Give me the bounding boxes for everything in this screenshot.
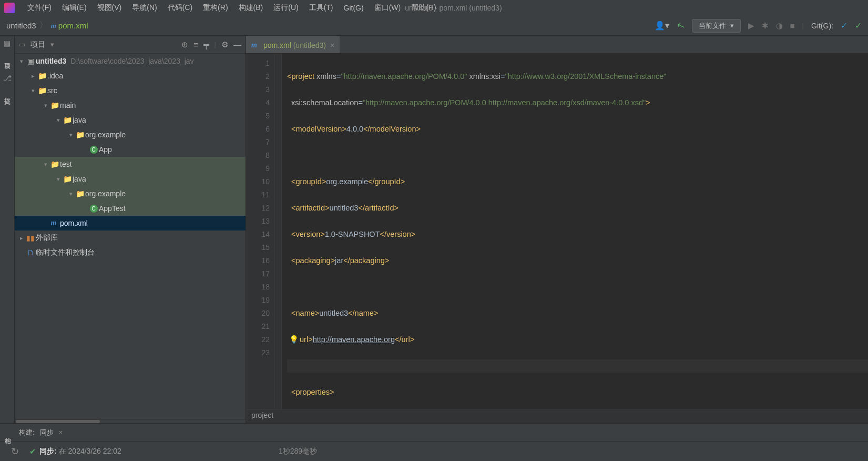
left-tool-rail: ▤ 项目 ⎇ 提交	[0, 36, 15, 423]
menu-code[interactable]: 代码(C)	[162, 3, 198, 13]
scratch-icon: 🗋	[25, 248, 36, 257]
library-icon: ▮▮	[25, 234, 36, 242]
tree-item-label: java	[73, 116, 86, 124]
stop-icon[interactable]: ■	[790, 21, 795, 30]
chevron-down-icon[interactable]: ▾	[50, 41, 54, 48]
project-tree[interactable]: ▾▣ untitled3 D:\software\code\2023_java\…	[15, 54, 246, 419]
tree-pom[interactable]: m pom.xml	[15, 216, 246, 230]
tree-test-pkg[interactable]: ▾📁 org.example	[15, 186, 246, 201]
tree-main-pkg[interactable]: ▾📁 org.example	[15, 127, 246, 142]
commit-rail-icon[interactable]: ⎇	[3, 74, 12, 82]
project-rail-icon[interactable]: ▤	[4, 39, 11, 47]
tree-item-label: .idea	[47, 72, 63, 80]
window-title: untitled3 - pom.xml (untitled3)	[405, 4, 502, 12]
user-icon[interactable]: 👤▾	[655, 21, 669, 31]
git-push-icon[interactable]: ✓	[855, 21, 862, 31]
intention-bulb-icon[interactable]: 💡	[289, 335, 299, 344]
menu-run[interactable]: 运行(U)	[268, 3, 303, 13]
tree-item-label: src	[47, 86, 57, 95]
tree-ext-libs[interactable]: ▸▮▮ 外部库	[15, 230, 246, 245]
build-title: 构建:	[19, 428, 35, 437]
app-logo	[4, 3, 15, 13]
build-tab-sync[interactable]: 同步	[40, 428, 54, 437]
status-bar: ↻ ✔ 同步: 在 2024/3/26 22:02 1秒289毫秒	[0, 441, 868, 461]
breadcrumb-sep: 〉	[39, 20, 48, 31]
menu-refactor[interactable]: 重构(R)	[198, 3, 233, 13]
tree-main-java[interactable]: ▾📁 java	[15, 113, 246, 127]
project-tree-title[interactable]: 项目	[30, 40, 45, 49]
tab-filename: pom.xml (untitled3)	[263, 41, 326, 49]
nav-toolbar: untitled3 〉 m pom.xml 👤▾ ↖ 当前文件▾ ▶ ✱ ◑ ■…	[0, 16, 868, 36]
menu-bar: 文件(F) 编辑(E) 视图(V) 导航(N) 代码(C) 重构(R) 构建(B…	[0, 0, 868, 16]
tree-idea[interactable]: ▸📁 .idea	[15, 68, 246, 83]
collapse-all-icon[interactable]: ╤	[203, 40, 209, 49]
editor-tabs: m pom.xml (untitled3) ×	[246, 36, 868, 54]
tree-item-label: org.example	[85, 189, 126, 198]
expand-all-icon[interactable]: ≡	[193, 40, 198, 49]
tree-item-label: AppTest	[99, 204, 126, 213]
menu-file[interactable]: 文件(F)	[22, 3, 57, 13]
menu-build[interactable]: 构建(B)	[233, 3, 269, 13]
git-pull-icon[interactable]: ✓	[841, 21, 847, 31]
tree-root-path: D:\software\code\2023_java\2023_jav	[70, 57, 193, 65]
debug-icon[interactable]: ✱	[762, 21, 769, 31]
tree-item-label: org.example	[85, 131, 126, 139]
build-panel-header: 结构 构建: 同步 ×	[0, 423, 868, 441]
tree-test[interactable]: ▾📁 test	[15, 157, 246, 172]
main-split: ▤ 项目 ⎇ 提交 ▭ 项目 ▾ ⊕ ≡ ╤ | ⚙ — ▾▣ untitled…	[0, 36, 868, 423]
close-icon[interactable]: ×	[330, 41, 334, 49]
menu-tools[interactable]: 工具(T)	[304, 3, 339, 13]
maven-icon: m	[251, 41, 257, 49]
tree-src[interactable]: ▾📁 src	[15, 83, 246, 98]
close-icon[interactable]: ×	[59, 428, 63, 436]
tree-root-label: untitled3	[36, 57, 66, 65]
run-config-select[interactable]: 当前文件▾	[692, 19, 741, 33]
editor-breadcrumb[interactable]: project	[246, 409, 868, 423]
locate-icon[interactable]: ⊕	[181, 40, 188, 49]
run-config-label: 当前文件	[699, 21, 726, 31]
breadcrumb-root[interactable]: untitled3	[6, 21, 36, 30]
editor-area: m pom.xml (untitled3) × 1234567891011121…	[246, 36, 868, 423]
build-duration: 1秒289毫秒	[279, 447, 317, 456]
minimize-icon[interactable]: —	[233, 40, 241, 49]
build-icon[interactable]: ↖	[675, 19, 686, 33]
tree-item-label: App	[99, 145, 112, 154]
tree-item-label: pom.xml	[60, 219, 88, 227]
fold-gutter[interactable]	[274, 54, 282, 409]
coverage-icon[interactable]: ◑	[776, 21, 783, 31]
editor-tab-pom[interactable]: m pom.xml (untitled3) ×	[246, 36, 340, 53]
menu-git[interactable]: Git(G)	[339, 4, 369, 12]
menu-navigate[interactable]: 导航(N)	[127, 3, 162, 13]
menu-window[interactable]: 窗口(W)	[369, 3, 406, 13]
class-icon: C	[90, 205, 98, 213]
tree-main[interactable]: ▾📁 main	[15, 98, 246, 113]
class-icon: C	[90, 146, 98, 154]
tree-test-java[interactable]: ▾📁 java	[15, 172, 246, 186]
project-tree-header: ▭ 项目 ▾ ⊕ ≡ ╤ | ⚙ —	[15, 36, 246, 54]
maven-icon: m	[51, 219, 57, 227]
tree-apptest[interactable]: C AppTest	[15, 201, 246, 216]
tree-item-label: main	[60, 101, 76, 109]
git-toolbar-label: Git(G):	[811, 22, 833, 30]
sync-status-label: 同步:	[39, 447, 57, 456]
tree-item-label: 临时文件和控制台	[36, 248, 95, 257]
breadcrumb-file[interactable]: pom.xml	[58, 21, 88, 30]
tree-h-scrollbar[interactable]	[15, 419, 246, 423]
tree-item-label: test	[60, 160, 72, 168]
tree-scratches[interactable]: 🗋 临时文件和控制台	[15, 245, 246, 260]
maven-icon: m	[51, 22, 56, 30]
tree-root[interactable]: ▾▣ untitled3 D:\software\code\2023_java\…	[15, 54, 246, 68]
menu-edit[interactable]: 编辑(E)	[57, 3, 92, 13]
tree-item-label: java	[73, 175, 86, 183]
run-icon[interactable]: ▶	[748, 21, 754, 31]
check-icon: ✔	[29, 447, 36, 456]
refresh-icon[interactable]: ↻	[0, 446, 29, 457]
tree-item-label: 外部库	[36, 233, 58, 243]
menu-view[interactable]: 视图(V)	[92, 3, 127, 13]
code-editor[interactable]: <project xmlns="http://maven.apache.org/…	[282, 54, 868, 409]
tree-app[interactable]: C App	[15, 142, 246, 157]
project-tree-panel: ▭ 项目 ▾ ⊕ ≡ ╤ | ⚙ — ▾▣ untitled3 D:\softw…	[15, 36, 246, 423]
sync-time: 在 2024/3/26 22:02	[59, 447, 121, 456]
gear-icon[interactable]: ⚙	[221, 40, 228, 49]
chevron-down-icon: ▾	[730, 22, 734, 29]
